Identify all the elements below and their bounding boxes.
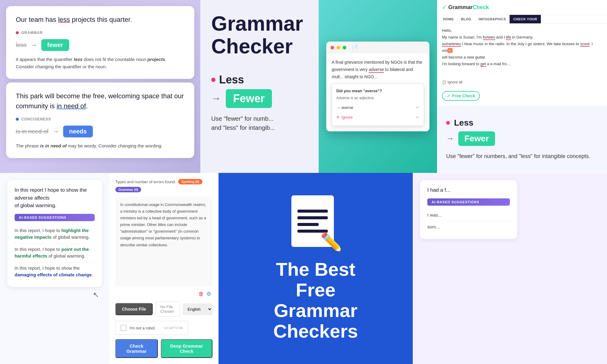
- less-fewer-desc-large: Use "fewer" for numb...and "less" for in…: [211, 114, 308, 132]
- from-word-1: less: [16, 42, 27, 49]
- ai-highlight-3: damaging effects of climate change: [15, 272, 92, 277]
- recaptcha-checkbox[interactable]: [120, 325, 127, 331]
- less-fewer-card: Our team has less projects this quarter.…: [6, 6, 194, 79]
- grammarcheck-website-panel: ✓ GrammarCheck HOME BLOG INFOGRAPHICS CH…: [437, 0, 607, 173]
- underlined-forteen: forteen: [483, 35, 495, 40]
- minimize-dot: [337, 46, 340, 49]
- doc-line-1: [297, 210, 328, 213]
- correction-row-1: less → fewer: [16, 39, 185, 51]
- ai-highlight-1: highlight the negative impacts: [15, 228, 89, 240]
- gc-editor[interactable]: Hello, My name is Susan. I'm forteen and…: [437, 24, 607, 80]
- pencil-icon: ✏️: [320, 231, 343, 253]
- nav-blog[interactable]: BLOG: [457, 15, 475, 23]
- best-grammar-checkers-panel: ✏️ The Best Free Grammar Checkers: [219, 173, 413, 364]
- editor-line2: My name is Susan. I'm forteen and I life…: [442, 34, 602, 41]
- grammar-examples-panel: Our team has less projects this quarter.…: [0, 0, 200, 173]
- grammar-tag-badge: Grammar (0): [115, 187, 141, 192]
- ai-header: AI-BASED SUGGESTIONS: [15, 214, 95, 221]
- grammar-tag: GRAMMAR: [21, 31, 43, 35]
- partial-suggestion-2[interactable]: som...: [427, 221, 510, 233]
- less-dot: [211, 78, 215, 82]
- popup-ignore[interactable]: ✕ Ignore ↵: [336, 113, 419, 122]
- arrow-2: →: [53, 128, 59, 135]
- ai-suggestion-3[interactable]: In this report, I hope to show the damag…: [15, 262, 95, 281]
- file-input-display: No File Chosen: [156, 302, 180, 317]
- doc-titlebar: 📄: [326, 42, 429, 53]
- fewer-arrow: →: [211, 93, 221, 104]
- less-label-right: Less: [446, 118, 598, 128]
- document-graphic: ✏️: [291, 195, 340, 253]
- nav-check-your[interactable]: CHECK YOUR: [510, 15, 541, 23]
- nav-home[interactable]: HOME: [439, 15, 457, 23]
- cursor-icon: ↖: [93, 291, 99, 299]
- ai-card-text: In this report I hope to show the advers…: [15, 186, 95, 210]
- editor-line4: will become a new guitar.: [442, 54, 602, 61]
- file-row: Choose File No File Chosen English Ameri…: [115, 302, 212, 317]
- doc-line-3: [297, 223, 319, 226]
- gc-nav: HOME BLOG INFOGRAPHICS CHECK YOUR: [437, 15, 607, 24]
- partial-card: I had a f... AI-BASED SUGGESTIONS I was.…: [420, 180, 517, 239]
- suggestion-badge-fewer[interactable]: fewer: [41, 39, 69, 51]
- deep-grammar-button[interactable]: Deep Grammar Check: [161, 339, 212, 358]
- logo-check: Check: [473, 4, 489, 10]
- main-title: Grammar Checker: [211, 12, 308, 58]
- less-text-right: Less: [454, 118, 473, 128]
- popup-suggestion-item[interactable]: → averse ↵: [336, 103, 419, 112]
- copy-icon[interactable]: ⚙: [206, 291, 211, 297]
- editor-line5: I'm looking forward to get a e-mail fro.…: [442, 61, 602, 67]
- free-check-button[interactable]: ✓ Free Check: [442, 91, 480, 101]
- doc-window: 📄 A final grievance mentioned by NGOs is…: [326, 42, 429, 131]
- underlined-phrase: in need of: [56, 102, 86, 110]
- ai-suggestions-panel: In this report I hope to show the advers…: [0, 173, 109, 364]
- less-fewer-block: Less → Fewer Use "fewer" for numb...and …: [211, 73, 308, 132]
- highlight-in: in: [448, 48, 453, 53]
- ai-suggestion-2[interactable]: In this report, I hope to point out the …: [15, 244, 95, 262]
- underlined-life: life: [506, 35, 511, 40]
- recaptcha-logo: reCAPTCHA: [164, 326, 183, 330]
- fewer-arrow-right: →: [446, 134, 454, 143]
- close-dot: [331, 46, 334, 49]
- maximize-dot: [343, 46, 346, 49]
- gc-logo-text: GrammarCheck: [448, 4, 489, 11]
- logo-check-icon: ✓: [442, 4, 447, 11]
- grammar-file-checker-panel: Types and number of errors found: Spelli…: [109, 173, 219, 364]
- grammar-checker-title-panel: Grammar Checker Less → Fewer Use "fewer"…: [200, 0, 319, 173]
- recaptcha-row: I'm not a robot reCAPTCHA: [115, 321, 212, 335]
- correction-row-2: is in need of → needs: [16, 126, 185, 137]
- editor-hello: Hello,: [442, 27, 602, 34]
- text-sample[interactable]: In constitutional usage in Commonwealth …: [115, 197, 212, 286]
- check-grammar-button[interactable]: Check Grammar: [115, 339, 158, 358]
- fewer-row: → Fewer: [211, 89, 308, 108]
- ignore-row: 📋 Ignore all: [437, 80, 607, 88]
- text-actions-row: 🗑 ⚙: [115, 291, 212, 297]
- explanation-1: It appears that the quantifier less does…: [16, 56, 185, 70]
- less-fewer-right-section: Less → Fewer Use "fewer" for numbers, an…: [437, 106, 607, 173]
- less-dot-right: [446, 121, 450, 125]
- error-label: Types and number of errors found:: [115, 180, 176, 184]
- language-select[interactable]: English American: [183, 304, 212, 315]
- partial-suggestion-1[interactable]: I was...: [427, 209, 510, 221]
- doc-content: A final grievance mentioned by NGOs is t…: [326, 53, 429, 131]
- recaptcha-label: I'm not a robot: [130, 326, 155, 330]
- ai-suggestion-1[interactable]: In this report, I hope to highlight the …: [15, 225, 95, 244]
- doc-line-2: [297, 216, 328, 219]
- free-check-label: Free Check: [452, 93, 475, 98]
- from-phrase: is in need of: [16, 128, 49, 135]
- choose-file-button[interactable]: Choose File: [115, 303, 153, 315]
- arrow-1: →: [31, 42, 37, 49]
- fewer-badge-large: Fewer: [226, 89, 272, 108]
- recaptcha-box[interactable]: I'm not a robot reCAPTCHA: [115, 321, 188, 335]
- explanation-2: The phrase is in need of may be wordy. C…: [16, 142, 185, 150]
- underlined-adverse: adverse: [369, 67, 384, 73]
- best-title: The Best Free Grammar Checkers: [273, 259, 358, 342]
- delete-icon[interactable]: 🗑: [198, 291, 204, 297]
- conciseness-card: This park will become the free, welcomin…: [6, 83, 194, 158]
- nav-infographics[interactable]: INFOGRAPHICS: [475, 15, 510, 23]
- spelling-tag: Spelling (0): [178, 179, 202, 184]
- word-doc-panel: 📄 A final grievance mentioned by NGOs is…: [319, 0, 437, 173]
- underlined-get: get: [480, 62, 486, 67]
- grammarcheck-header: ✓ GrammarCheck: [437, 0, 607, 15]
- logo-grammar: Grammar: [448, 4, 473, 10]
- ignore-all-text: 📋 Ignore all: [442, 80, 463, 84]
- suggestion-badge-needs[interactable]: needs: [63, 126, 93, 137]
